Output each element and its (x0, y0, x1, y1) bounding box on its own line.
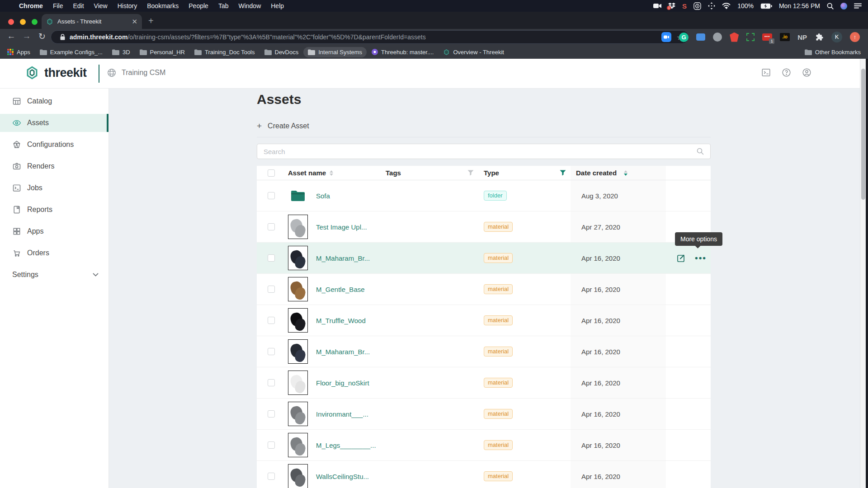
menu-help[interactable]: Help (271, 2, 284, 9)
sort-icons[interactable] (624, 170, 627, 176)
move-arrows-icon[interactable] (708, 2, 715, 9)
page-scrollbar[interactable] (860, 59, 866, 488)
sidebar-item-assets[interactable]: Assets (0, 114, 108, 132)
back-button[interactable]: ← (5, 31, 17, 41)
menubar-clock[interactable]: Mon 12:56 PM (779, 2, 820, 9)
help-icon[interactable] (782, 68, 791, 77)
sidebar-item-jobs[interactable]: Jobs (0, 179, 108, 197)
zoom-videocam-icon[interactable] (653, 3, 661, 9)
row-checkbox[interactable] (268, 441, 275, 449)
column-type[interactable]: Type (480, 166, 571, 180)
password-extension-icon[interactable] (730, 33, 739, 42)
s-app-icon[interactable]: S (682, 2, 687, 10)
menu-history[interactable]: History (118, 2, 137, 9)
type-filter-icon-active[interactable] (560, 170, 566, 176)
row-checkbox[interactable] (268, 286, 275, 293)
search-icon[interactable] (697, 148, 704, 155)
menubar-list-icon[interactable] (854, 3, 862, 9)
browser-tab[interactable]: Assets - Threekit ✕ (42, 14, 142, 29)
row-checkbox[interactable] (268, 223, 275, 230)
bookmark-apps[interactable]: Apps (7, 49, 30, 56)
scrollbar-thumb[interactable] (861, 69, 865, 200)
asset-name-link[interactable]: M_Maharam_Br... (316, 348, 370, 356)
more-options-icon[interactable]: ••• (695, 256, 707, 260)
row-checkbox[interactable] (268, 192, 275, 199)
asset-name-link[interactable]: M_Legs________... (316, 441, 376, 449)
asset-name-link[interactable]: Test Image Upl... (316, 223, 367, 231)
asset-search[interactable] (257, 144, 711, 159)
bookmark-overview-threekit[interactable]: Overview - Threekit (443, 49, 504, 56)
asset-thumbnail[interactable] (288, 402, 308, 426)
io-extension-icon[interactable]: .io (780, 33, 790, 41)
zoom-extension-icon[interactable] (661, 32, 671, 42)
org-selector[interactable]: Training CSM (107, 68, 165, 78)
threekit-logo[interactable]: threekit (24, 65, 87, 80)
menu-chrome[interactable]: Chrome (19, 2, 43, 9)
row-checkbox[interactable] (268, 473, 275, 480)
bookmark-folder-3d[interactable]: 3D (112, 49, 130, 56)
table-row[interactable]: M_Legs________... material Apr 16, 2020 (257, 430, 711, 461)
asset-thumbnail[interactable] (288, 433, 308, 457)
siri-icon[interactable] (840, 3, 847, 9)
row-checkbox[interactable] (268, 410, 275, 418)
sidebar-item-settings[interactable]: Settings (0, 266, 108, 284)
asset-name-link[interactable]: M_Maharam_Br... (316, 254, 370, 262)
column-date-created[interactable]: Date created (571, 166, 666, 180)
folder-thumbnail[interactable] (288, 190, 308, 202)
menu-file[interactable]: File (53, 2, 63, 9)
asset-thumbnail[interactable] (288, 308, 308, 333)
zoom-window-button[interactable] (32, 19, 38, 25)
tab-close-icon[interactable]: ✕ (132, 18, 137, 26)
asset-thumbnail[interactable] (288, 464, 308, 488)
table-row[interactable]: Invironmant___... material Apr 16, 2020 (257, 399, 711, 430)
bookmark-folder-example-configs[interactable]: Example Configs_... (40, 49, 103, 56)
account-icon[interactable] (802, 68, 811, 77)
menu-bookmarks[interactable]: Bookmarks (147, 2, 179, 9)
chrome-update-icon[interactable]: ↑ (850, 32, 860, 42)
new-tab-button[interactable]: + (148, 16, 154, 25)
asset-thumbnail[interactable] (288, 277, 308, 301)
table-row[interactable]: M_Maharam_Br... material Apr 16, 2020 (257, 336, 711, 367)
column-asset-name[interactable]: Asset name (286, 166, 382, 180)
row-checkbox[interactable] (268, 348, 275, 355)
np-extension-icon[interactable]: NP (797, 33, 807, 41)
row-checkbox[interactable] (268, 379, 275, 386)
tags-filter-icon[interactable] (467, 170, 474, 176)
table-row[interactable]: Sofa folder Aug 3, 2020 (257, 180, 711, 211)
table-row-hovered[interactable]: M_Maharam_Br... material Apr 16, 2020 ••… (257, 243, 711, 274)
address-bar[interactable]: admin.threekit.com/o/training-csm/assets… (51, 30, 689, 44)
sidebar-item-configurations[interactable]: Configurations (0, 136, 108, 154)
dropbox-icon[interactable]: 1 (668, 3, 675, 9)
edit-asset-icon[interactable] (677, 253, 686, 263)
menu-tab[interactable]: Tab (218, 2, 229, 9)
spotlight-search-icon[interactable] (827, 3, 834, 9)
wifi-icon[interactable] (722, 3, 731, 9)
sidebar-item-reports[interactable]: Reports (0, 201, 108, 219)
screenshot-extension-icon[interactable] (746, 33, 755, 41)
sidebar-item-orders[interactable]: Orders (0, 244, 108, 262)
asset-thumbnail[interactable] (288, 246, 308, 270)
asset-name-link[interactable]: Invironmant___... (316, 410, 368, 418)
asset-name-link[interactable]: Sofa (316, 192, 330, 200)
extensions-puzzle-icon[interactable] (815, 33, 824, 42)
asset-name-link[interactable]: M_Gentle_Base (316, 286, 365, 293)
minimize-window-button[interactable] (20, 19, 26, 25)
table-row[interactable]: WallsCeilingStu... material Apr 16, 2020 (257, 461, 711, 488)
create-asset-button[interactable]: + Create Asset (257, 121, 309, 131)
sidebar-item-apps[interactable]: Apps (0, 222, 108, 240)
table-row[interactable]: Test Image Upl... material Apr 27, 2020 (257, 211, 711, 243)
table-row[interactable]: M_Truffle_Wood material Apr 16, 2020 (257, 305, 711, 336)
bookmark-folder-training-doc-tools[interactable]: Training_Doc Tools (194, 49, 255, 56)
menu-edit[interactable]: Edit (73, 2, 84, 9)
menu-view[interactable]: View (94, 2, 108, 9)
reload-button[interactable]: ↻ (36, 31, 48, 42)
bookmark-folder-internal-systems[interactable]: Internal Systems (303, 47, 367, 57)
lastpass-extension-icon[interactable]: •••1 (762, 33, 772, 41)
capture-target-icon[interactable] (693, 2, 701, 10)
grammarly-extension-icon[interactable]: G (679, 33, 689, 42)
other-bookmarks[interactable]: Other Bookmarks (805, 49, 861, 56)
close-window-button[interactable] (8, 19, 14, 25)
row-checkbox[interactable] (268, 254, 275, 262)
asset-thumbnail[interactable] (288, 371, 308, 395)
select-all-checkbox[interactable] (268, 169, 275, 177)
